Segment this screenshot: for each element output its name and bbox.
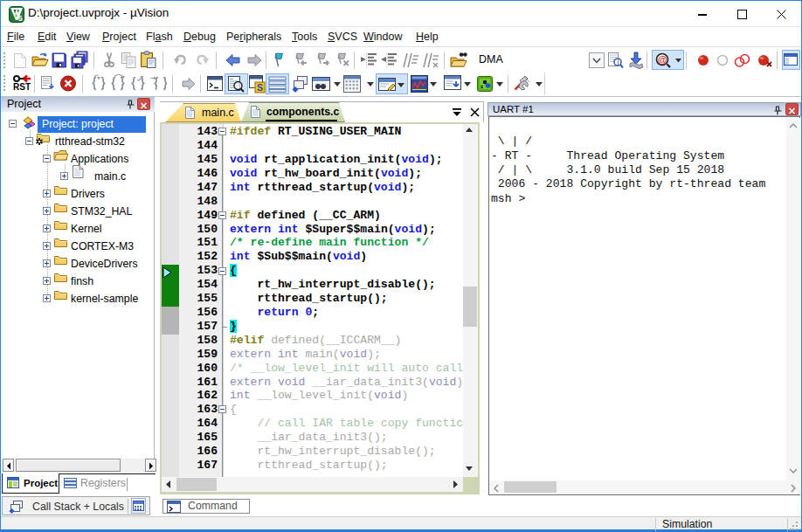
- svg-text:@: @: [658, 54, 667, 65]
- svg-text:S: S: [257, 82, 263, 93]
- svg-text:5: 5: [18, 14, 23, 23]
